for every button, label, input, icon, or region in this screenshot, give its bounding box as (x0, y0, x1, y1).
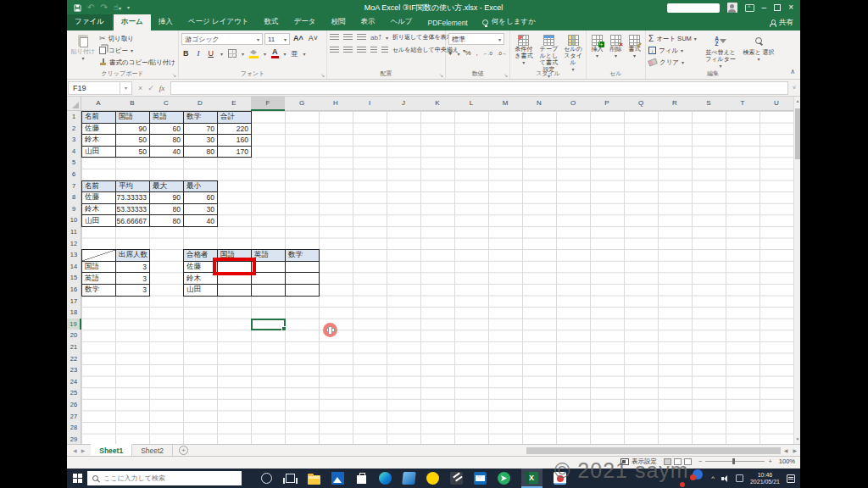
format-painter-button[interactable]: 書式のコピー/貼り付け (99, 57, 175, 68)
tab-PDFelement[interactable]: PDFelement (420, 16, 475, 30)
cancel-formula-icon[interactable]: × (138, 84, 142, 92)
table-cell[interactable]: 30 (183, 203, 218, 216)
table-cell[interactable]: 56.66667 (115, 214, 150, 227)
fill-color-icon[interactable] (249, 49, 259, 58)
table-cell[interactable]: 佐藤 (81, 123, 116, 136)
row-header-12[interactable]: 12 (67, 238, 81, 251)
close-button[interactable]: × (788, 3, 793, 12)
shrink-font-icon[interactable]: A˅ (307, 33, 320, 45)
speaker-icon[interactable] (721, 475, 729, 482)
table-cell[interactable] (251, 284, 286, 297)
underline-icon[interactable]: U (207, 48, 216, 58)
tab-挿入[interactable]: 挿入 (151, 14, 181, 30)
start-button[interactable] (67, 469, 87, 488)
decrease-decimal-icon[interactable]: .0→ (498, 48, 507, 58)
green-app-icon[interactable] (498, 472, 510, 485)
table-cell[interactable]: 80 (183, 146, 218, 158)
name-box[interactable]: F19 (68, 81, 120, 95)
tab-表示[interactable]: 表示 (353, 14, 382, 30)
restore-button[interactable] (774, 4, 781, 11)
copy-button[interactable]: コピー▾ (99, 45, 175, 56)
table-cell[interactable]: 73.33333 (115, 191, 150, 204)
format-as-table-button[interactable]: テーブルとして書式設定▾ (537, 33, 560, 69)
number-format-select[interactable]: 標準▾ (448, 33, 504, 45)
hscroll-left-icon[interactable]: ◀ (782, 447, 790, 453)
row-header-14[interactable]: 14 (67, 261, 81, 274)
tray-app-icon[interactable] (736, 474, 743, 482)
paste-button[interactable]: 貼り付け▾ (70, 33, 97, 69)
table-cell[interactable]: 80 (149, 203, 184, 216)
table-header-cell[interactable]: 合計 (217, 111, 252, 124)
table-cell[interactable]: 50 (115, 146, 150, 158)
table-cell[interactable]: 山田 (183, 284, 218, 297)
table-cell[interactable] (285, 284, 320, 297)
table-cell[interactable]: 3 (115, 261, 150, 274)
table-header-cell[interactable]: 数学 (285, 249, 320, 262)
cell-styles-button[interactable]: セルのスタイル▾ (563, 33, 583, 69)
table-cell[interactable]: 80 (149, 214, 184, 227)
tab-数式[interactable]: 数式 (256, 14, 286, 30)
decrease-indent-icon[interactable] (370, 47, 377, 54)
tab-ホーム[interactable]: ホーム (114, 14, 151, 30)
table-cell[interactable]: 国語 (81, 261, 116, 274)
new-sheet-icon[interactable]: + (179, 446, 188, 455)
task-view-icon[interactable] (286, 474, 295, 483)
align-middle-icon[interactable] (343, 34, 353, 42)
table-cell[interactable]: 60 (183, 191, 218, 204)
table-cell[interactable]: 鈴木 (81, 203, 116, 216)
number-dialog-launcher-icon[interactable]: ↘ (504, 72, 508, 78)
align-left-icon[interactable] (330, 47, 339, 54)
row-header-3[interactable]: 3 (67, 134, 81, 147)
zoom-slider[interactable] (705, 461, 765, 462)
alignment-dialog-launcher-icon[interactable]: ↘ (439, 72, 443, 78)
row-header-5[interactable]: 5 (67, 157, 81, 169)
table-cell[interactable]: 鈴木 (81, 134, 116, 147)
align-right-icon[interactable] (357, 47, 366, 54)
delete-cells-button[interactable]: × 削除▾ (608, 33, 624, 69)
align-bottom-icon[interactable] (357, 34, 366, 42)
horizontal-scroll-thumb[interactable] (526, 447, 781, 454)
column-header-H[interactable]: H (319, 97, 353, 111)
align-top-icon[interactable] (330, 34, 339, 42)
dark-app-icon[interactable] (450, 472, 463, 485)
undo-icon[interactable]: ↶ (87, 3, 94, 12)
table-cell[interactable] (217, 284, 252, 297)
column-header-E[interactable]: E (217, 97, 252, 111)
align-center-icon[interactable] (343, 47, 353, 54)
column-header-K[interactable]: K (420, 97, 455, 111)
column-header-F[interactable]: F (251, 97, 286, 111)
column-header-D[interactable]: D (183, 97, 218, 111)
collapse-ribbon-icon[interactable]: ∧ (790, 68, 795, 75)
column-header-P[interactable]: P (590, 97, 625, 111)
tray-expand-icon[interactable]: ^ (711, 474, 715, 482)
table-cell[interactable]: 40 (149, 146, 184, 158)
table-cell[interactable]: 30 (183, 134, 218, 147)
table-header-cell[interactable]: 出席人数 (115, 249, 150, 262)
sheet-tab-Sheet1[interactable]: Sheet1 (91, 444, 132, 456)
scroll-up-icon[interactable]: ▲ (794, 97, 800, 106)
table-cell[interactable]: 170 (217, 146, 252, 158)
worksheet-grid[interactable]: ABCDEFGHIJKLMNOPQRSTU1234567891011121314… (67, 97, 793, 444)
borders-icon[interactable] (228, 49, 236, 58)
share-button[interactable]: 共有 (769, 18, 793, 28)
row-header-22[interactable]: 22 (67, 353, 81, 366)
comma-format-icon[interactable]: , (476, 48, 478, 58)
select-all-corner[interactable] (67, 97, 81, 111)
row-header-13[interactable]: 13 (67, 249, 81, 262)
row-header-26[interactable]: 26 (67, 399, 81, 412)
column-header-Q[interactable]: Q (624, 97, 659, 111)
table-cell[interactable] (285, 272, 320, 285)
row-header-10[interactable]: 10 (67, 214, 81, 227)
column-header-O[interactable]: O (556, 97, 591, 111)
column-header-M[interactable]: M (488, 97, 523, 111)
tell-me-box[interactable]: 何をしますか (476, 14, 542, 30)
taskbar-search[interactable] (87, 471, 242, 485)
column-header-R[interactable]: R (658, 97, 693, 111)
row-header-18[interactable]: 18 (67, 307, 81, 319)
qat-customize-icon[interactable]: ▾ (127, 3, 130, 12)
row-header-11[interactable]: 11 (67, 226, 81, 239)
blue-app-icon[interactable] (402, 472, 416, 485)
row-header-21[interactable]: 21 (67, 341, 81, 354)
touch-mode-icon[interactable]: ☝▾ (114, 3, 121, 13)
tab-校閲[interactable]: 校閲 (323, 14, 353, 30)
